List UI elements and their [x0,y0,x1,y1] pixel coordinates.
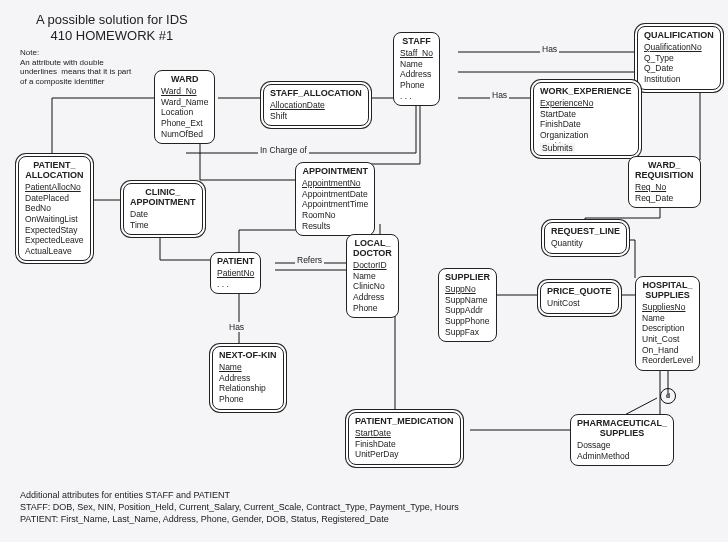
attribute: Results [302,221,368,232]
entity-qualification-name: QUALIFICATION [644,30,714,40]
entity-staff-attrs: Staff_NoNameAddressPhone. . . [400,48,433,101]
entity-price-quote-attrs: UnitCost [547,298,612,309]
title-line-2: 410 HOMEWORK #1 [36,28,173,43]
attribute: Name [353,271,392,282]
attribute: AppointmentDate [302,189,368,200]
entity-ward-requisition-name: WARD_ REQUISITION [635,160,694,180]
footer-line-3: PATIENT: First_Name, Last_Name, Address,… [20,514,389,524]
rel-submits: Submits [540,143,575,153]
entity-request-line-attrs: Quantity [551,238,620,249]
attribute: SuppPhone [445,316,490,327]
attribute: AppointmentNo [302,178,368,189]
attribute: Ward_Name [161,97,208,108]
entity-ward: WARD Ward_NoWard_NameLocationPhone_ExtNu… [154,70,215,144]
attribute: Time [130,220,196,231]
attribute: Phone_Ext [161,118,208,129]
attribute: Location [161,107,208,118]
attribute: Phone [400,80,433,91]
rel-has-qualification: Has [540,44,559,54]
entity-local-doctor-name: LOCAL_ DOCTOR [353,238,392,258]
rel-in-charge-of: In Charge of [258,145,309,155]
attribute: Unit_Cost [642,334,693,345]
entity-request-line: REQUEST_LINE Quantity [544,222,627,254]
attribute: NumOfBed [161,129,208,140]
attribute: Institution [644,74,714,85]
attribute: FinishDate [540,119,632,130]
entity-work-experience-name: WORK_EXPERIENCE [540,86,632,96]
attribute: AllocationDate [270,100,362,111]
attribute: UnitPerDay [355,449,454,460]
rel-has-next-of-kin: Has [227,322,246,332]
attribute: PatientAllocNo [25,182,84,193]
entity-patient-medication: PATIENT_MEDICATION StartDateFinishDateUn… [348,412,461,465]
entity-patient: PATIENT PatientNo. . . [210,252,261,294]
rel-refers: Refers [295,255,324,265]
attribute: Shift [270,111,362,122]
attribute: ReorderLevel [642,355,693,366]
footer-line-2: STAFF: DOB, Sex, NIN, Position_Held, Cur… [20,502,459,512]
attribute: RoomNo [302,210,368,221]
attribute: SuppAddr [445,305,490,316]
attribute: ExpectedLeave [25,235,84,246]
entity-price-quote-name: PRICE_QUOTE [547,286,612,296]
entity-patient-allocation-name: PATIENT_ ALLOCATION [25,160,84,180]
attribute: Relationship [219,383,277,394]
entity-supplier-name: SUPPLIER [445,272,490,282]
attribute: Ward_No [161,86,208,97]
attribute: Q_Type [644,53,714,64]
title-line-1: A possible solution for IDS [36,12,188,27]
attribute: Organization [540,130,632,141]
entity-patient-attrs: PatientNo. . . [217,268,254,289]
entity-hospital-supplies-attrs: SuppliesNoNameDescriptionUnit_CostOn_Han… [642,302,693,366]
attribute: Name [642,313,693,324]
entity-clinic-appointment-attrs: DateTime [130,209,196,230]
attribute: Address [353,292,392,303]
rel-has-work-exp: Has [490,90,509,100]
entity-ward-requisition-attrs: Req_NoReq_Date [635,182,694,203]
disjoint-indicator: d [660,388,676,404]
note-text: Note: An attribute with double underline… [20,48,140,86]
entity-next-of-kin: NEXT-OF-KIN NameAddressRelationshipPhone [212,346,284,410]
entity-qualification-attrs: QualificationNoQ_TypeQ_DateInstitution [644,42,714,85]
attribute: OnWaitingList [25,214,84,225]
attribute: ExpectedStay [25,225,84,236]
attribute: FinishDate [355,439,454,450]
entity-staff-allocation: STAFF_ALLOCATION AllocationDateShift [263,84,369,126]
attribute: BedNo [25,203,84,214]
entity-patient-medication-attrs: StartDateFinishDateUnitPerDay [355,428,454,460]
attribute: SuppNo [445,284,490,295]
attribute: StartDate [540,109,632,120]
attribute: Phone [353,303,392,314]
entity-local-doctor: LOCAL_ DOCTOR DoctorIDNameClinicNoAddres… [346,234,399,318]
entity-clinic-appointment-name: CLINIC_ APPOINTMENT [130,187,196,207]
attribute: Name [400,59,433,70]
entity-staff-name: STAFF [400,36,433,46]
attribute: QualificationNo [644,42,714,53]
attribute: SuppName [445,295,490,306]
entity-staff-allocation-name: STAFF_ALLOCATION [270,88,362,98]
entity-ward-requisition: WARD_ REQUISITION Req_NoReq_Date [628,156,701,208]
entity-hospital-supplies: HOSPITAL_ SUPPLIES SuppliesNoNameDescrip… [635,276,700,371]
attribute: PatientNo [217,268,254,279]
attribute: ExperienceNo [540,98,632,109]
entity-patient-medication-name: PATIENT_MEDICATION [355,416,454,426]
entity-patient-allocation: PATIENT_ ALLOCATION PatientAllocNoDatePl… [18,156,91,261]
entity-price-quote: PRICE_QUOTE UnitCost [540,282,619,314]
entity-pharmaceutical-supplies-name: PHARMACEUTICAL_ SUPPLIES [577,418,667,438]
attribute: Staff_No [400,48,433,59]
entity-hospital-supplies-name: HOSPITAL_ SUPPLIES [642,280,693,300]
entity-appointment-name: APPOINTMENT [302,166,368,176]
entity-patient-allocation-attrs: PatientAllocNoDatePlacedBedNoOnWaitingLi… [25,182,84,256]
attribute: Date [130,209,196,220]
attribute: AdminMethod [577,451,667,462]
entity-request-line-name: REQUEST_LINE [551,226,620,236]
attribute: ActualLeave [25,246,84,257]
entity-next-of-kin-name: NEXT-OF-KIN [219,350,277,360]
attribute: Name [219,362,277,373]
attribute: Phone [219,394,277,405]
entity-pharmaceutical-supplies-attrs: DossageAdminMethod [577,440,667,461]
attribute: On_Hand [642,345,693,356]
attribute: Description [642,323,693,334]
entity-local-doctor-attrs: DoctorIDNameClinicNoAddressPhone [353,260,392,313]
attribute: Address [219,373,277,384]
